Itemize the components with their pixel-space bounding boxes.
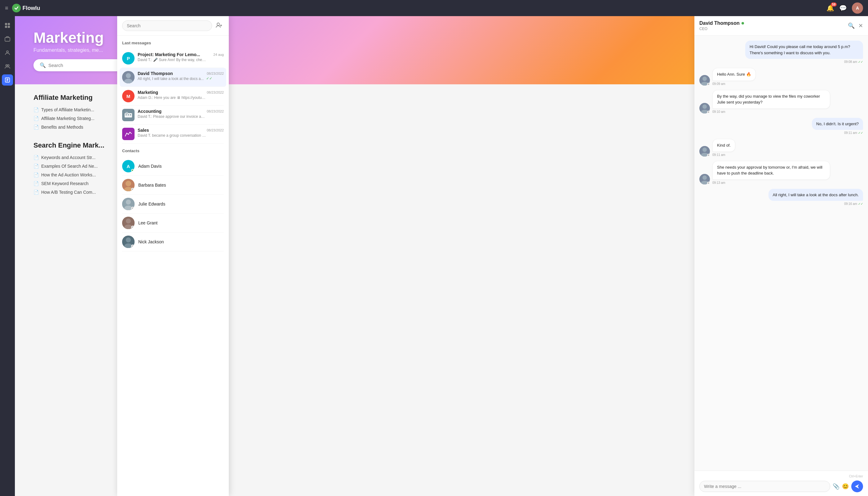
notification-badge: 59	[831, 2, 837, 6]
svg-rect-2	[5, 26, 7, 28]
close-chat-icon[interactable]: ✕	[858, 22, 863, 29]
message-bubble: Hi David! Could you please call me today…	[745, 41, 863, 59]
message-time: 09:11 am	[712, 153, 725, 157]
message-bubble: She needs your approval by tomorrow or, …	[712, 161, 830, 180]
message-item-project[interactable]: P Project: Marketing For Lemo... 24 aug …	[122, 49, 224, 68]
message-info: Marketing 08/23/2022 Adam D.: Here you a…	[138, 90, 224, 100]
chat-avatar	[699, 174, 710, 184]
message-item-david[interactable]: David Thompson 08/23/2022 All right, I w…	[120, 68, 226, 87]
article-icon: 📄	[33, 172, 39, 177]
add-people-icon[interactable]	[215, 21, 224, 31]
message-item-accounting[interactable]: Accounting 08/23/2022 David T.: Please a…	[122, 106, 224, 125]
message-date: 08/23/2022	[207, 91, 224, 94]
message-bubble: Kind of.	[712, 139, 735, 152]
messages-search-input[interactable]	[122, 20, 212, 31]
sidebar-item-knowledge[interactable]	[2, 74, 13, 86]
sidebar-item-dashboard[interactable]	[2, 20, 13, 31]
contact-barbara[interactable]: Barbara Bates	[122, 176, 224, 195]
send-message-button[interactable]	[851, 480, 863, 492]
svg-point-22	[126, 200, 131, 205]
chat-message-1: Hi David! Could you please call me today…	[699, 41, 863, 64]
message-info: Accounting 08/23/2022 David T.: Please a…	[138, 109, 224, 119]
article-icon: 📄	[33, 155, 39, 160]
svg-point-7	[8, 65, 9, 66]
offline-indicator	[131, 207, 134, 210]
sidebar-item-crm[interactable]	[2, 47, 13, 58]
message-preview: Adam D.: Here you are 🖥 https://youtu.b.…	[138, 95, 206, 100]
article-icon: 📄	[33, 125, 39, 129]
emoji-icon[interactable]: 😊	[842, 483, 849, 490]
topbar: ≡ Flowlu 🔔 59 💬 A	[0, 0, 868, 16]
app-name: Flowlu	[22, 5, 40, 12]
notifications-button[interactable]: 🔔 59	[826, 4, 834, 12]
contact-julie[interactable]: Julie Edwards	[122, 195, 224, 214]
message-avatar	[122, 71, 135, 83]
message-info: Sales 08/23/2022 David T. became a group…	[138, 128, 224, 138]
contact-avatar-adam: A	[122, 160, 135, 172]
user-avatar[interactable]: A	[852, 2, 863, 14]
chat-input-row: 📎 😊	[699, 480, 863, 492]
message-date: 24 aug	[213, 53, 224, 57]
message-item-sales[interactable]: Sales 08/23/2022 David T. became a group…	[122, 125, 224, 143]
contact-nick[interactable]: Nick Jackson	[122, 232, 224, 251]
contact-avatar-lee	[122, 217, 135, 229]
svg-point-28	[126, 237, 131, 243]
chat-offline-dot	[707, 111, 710, 113]
app-logo: Flowlu	[12, 4, 40, 12]
message-preview: All right, I will take a look at the doc…	[138, 77, 204, 81]
svg-rect-14	[126, 112, 128, 114]
svg-rect-4	[5, 37, 10, 41]
sidebar	[0, 16, 15, 496]
message-date: 08/23/2022	[207, 109, 224, 113]
article-title: How the Ad Auction Works...	[41, 172, 96, 177]
chat-offline-dot	[707, 83, 710, 86]
chat-message-input[interactable]	[699, 481, 830, 492]
svg-point-31	[702, 77, 707, 81]
svg-point-19	[126, 181, 131, 186]
svg-rect-17	[130, 114, 131, 115]
last-messages-label: Last messages	[122, 41, 224, 45]
svg-rect-1	[8, 23, 10, 25]
contact-name-julie: Julie Edwards	[138, 202, 165, 206]
contacts-section: Contacts A Adam Davis Barbara Bates	[122, 149, 224, 251]
svg-point-25	[126, 219, 131, 223]
chat-contact-name: David Thompson	[699, 20, 744, 26]
message-name: Accounting	[138, 109, 161, 114]
sidebar-item-people[interactable]	[2, 61, 13, 72]
svg-rect-15	[126, 114, 127, 115]
kb-hero-title: Marketing	[33, 29, 104, 46]
menu-icon[interactable]: ≡	[5, 5, 9, 12]
chat-message-7: All right, I will take a look at the doc…	[699, 189, 863, 206]
message-name: Marketing	[138, 90, 158, 95]
message-time: 09:11 am ✓✓	[844, 131, 863, 135]
article-icon: 📄	[33, 190, 39, 195]
chat-message-5: Kind of. 09:11 am	[699, 139, 863, 157]
offline-indicator	[131, 188, 134, 191]
message-time: 09:08 am ✓✓	[844, 60, 863, 64]
svg-rect-0	[5, 23, 7, 25]
chat-offline-dot	[707, 154, 710, 157]
read-check-icon: ✓✓	[206, 76, 212, 81]
article-icon: 📄	[33, 164, 39, 169]
article-title: Types of Affiliate Marketin...	[41, 107, 94, 112]
sidebar-item-projects[interactable]	[2, 33, 13, 45]
message-item-marketing[interactable]: M Marketing 08/23/2022 Adam D.: Here you…	[122, 87, 224, 106]
svg-rect-16	[128, 114, 129, 115]
message-avatar	[122, 109, 135, 121]
message-bubble: By the way, did you manage to view the f…	[712, 90, 830, 109]
contact-adam[interactable]: A Adam Davis	[122, 157, 224, 176]
messages-icon[interactable]: 💬	[839, 4, 847, 12]
chat-avatar	[699, 103, 710, 113]
message-time: 09:09 am	[712, 82, 725, 86]
message-avatar: P	[122, 52, 135, 64]
contact-lee[interactable]: Lee Grant	[122, 214, 224, 232]
offline-indicator	[131, 245, 134, 248]
chat-avatar	[699, 146, 710, 157]
attach-file-icon[interactable]: 📎	[833, 483, 839, 490]
chat-input-area: Ctrl+Enter 📎 😊	[694, 470, 868, 496]
svg-point-40	[702, 175, 707, 180]
article-icon: 📄	[33, 116, 39, 121]
message-preview: David T.: Please approve our invoice asa…	[138, 114, 206, 119]
search-chat-icon[interactable]: 🔍	[848, 22, 855, 29]
chat-header-info: David Thompson CEO	[699, 20, 744, 31]
